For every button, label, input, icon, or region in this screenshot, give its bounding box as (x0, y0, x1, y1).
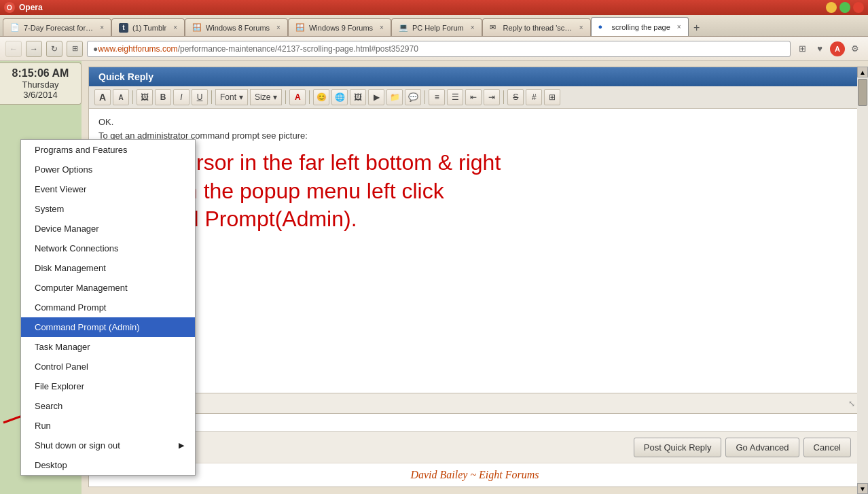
tab-close[interactable]: × (677, 23, 681, 31)
clock-date: 3/6/2014 (7, 90, 74, 100)
tab-scrolling[interactable]: ● scrolling the page × (591, 17, 689, 36)
context-menu: Programs and FeaturesPower OptionsEvent … (20, 139, 196, 476)
underline-button[interactable]: U (192, 89, 208, 105)
tab-close[interactable]: × (471, 24, 475, 31)
ordered-list-button[interactable]: ≡ (429, 89, 445, 105)
insert-image2-button[interactable]: 🖼 (350, 89, 366, 105)
forward-button[interactable]: → (26, 41, 42, 57)
font-size-increase-button[interactable]: A (94, 89, 111, 105)
tab-favicon: 🪟 (192, 23, 202, 33)
grid-icon[interactable]: ⊞ (795, 41, 810, 56)
size-dropdown[interactable]: Size ▾ (250, 89, 282, 105)
quick-reply-title: Quick Reply (98, 71, 153, 82)
menu-item-device-manager[interactable]: Device Manager (21, 219, 195, 239)
outdent-button[interactable]: ⇤ (465, 89, 482, 105)
tab-label: 7-Day Forecast for La... (24, 24, 93, 32)
menu-item-disk-management[interactable]: Disk Management (21, 258, 195, 278)
menu-item-run[interactable]: Run (21, 416, 195, 436)
menu-item-task-manager[interactable]: Task Manager (21, 337, 195, 357)
forum-panel: Quick Reply A A 🖼 B I U Font ▾ Size ▾ (88, 67, 861, 487)
tab-pchelp[interactable]: 💻 PC Help Forum × (391, 18, 482, 36)
scroll-down-button[interactable]: ▼ (857, 483, 868, 494)
menu-item-computer-management[interactable]: Computer Management (21, 278, 195, 298)
font-dropdown[interactable]: Font ▾ (215, 89, 248, 105)
minimize-button[interactable] (826, 2, 837, 13)
menu-item-programs-and-features[interactable]: Programs and Features (21, 140, 195, 160)
menu-item-file-explorer[interactable]: File Explorer (21, 376, 195, 396)
settings-icon[interactable]: ⚙ (848, 41, 863, 56)
tab-close[interactable]: × (100, 24, 104, 31)
clock-widget: 8:15:06 AM Thursday 3/6/2014 (0, 63, 82, 105)
emoji-button[interactable]: 😊 (313, 89, 329, 105)
menu-item-search[interactable]: Search (21, 396, 195, 416)
hashtag-button[interactable]: # (526, 89, 542, 105)
tab-favicon: 📄 (10, 23, 20, 33)
close-button[interactable] (853, 2, 864, 13)
strikethrough-button[interactable]: S (507, 89, 524, 105)
tab-label: PC Help Forum (412, 24, 464, 32)
menu-item-power-options[interactable]: Power Options (21, 160, 195, 179)
menu-item-control-panel[interactable]: Control Panel (21, 357, 195, 376)
url-domain: www.eightforums.com (98, 44, 177, 54)
tab-forecast[interactable]: 📄 7-Day Forecast for La... × (3, 18, 111, 36)
menu-item-network-connections[interactable]: Network Connections (21, 239, 195, 258)
menu-item-label: Command Prompt (Admin) (35, 322, 140, 332)
indent-button[interactable]: ⇥ (484, 89, 500, 105)
resize-handle[interactable]: ⤡ (848, 399, 858, 408)
heart-icon[interactable]: ♥ (812, 41, 827, 56)
font-size-decrease-button[interactable]: A (113, 89, 129, 105)
menu-item-command-prompt[interactable]: Command Prompt (21, 298, 195, 317)
tab-close[interactable]: × (276, 24, 281, 31)
menu-item-shut-down-or-sign-out[interactable]: Shut down or sign out▶ (21, 436, 195, 455)
post-quick-reply-button[interactable]: Post Quick Reply (634, 438, 722, 457)
window-controls (826, 2, 864, 13)
tab-win9forums[interactable]: 🪟 Windows 9 Forums × (288, 18, 391, 36)
menu-item-label: System (35, 204, 64, 214)
tab-reply[interactable]: ✉ Reply to thread 'scro... × (482, 18, 591, 36)
account-icon[interactable]: A (830, 41, 845, 56)
tab-close[interactable]: × (380, 24, 384, 31)
tab-close[interactable]: × (173, 24, 177, 31)
maximize-button[interactable] (839, 2, 850, 13)
table-button[interactable]: ⊞ (544, 89, 560, 105)
scroll-up-button[interactable]: ▲ (857, 67, 868, 77)
back-button[interactable]: ← (5, 41, 22, 57)
color-button[interactable]: A (289, 89, 306, 105)
menu-item-label: Search (35, 401, 62, 411)
tab-tumblr[interactable]: t (1) Tumblr × (111, 18, 185, 36)
speech-button[interactable]: 💬 (405, 89, 421, 105)
scrollbar[interactable]: ▲ ▼ (857, 67, 868, 494)
title-bar: O Opera (0, 0, 868, 15)
url-display[interactable]: ● www.eightforums.com /performance-maint… (87, 41, 791, 57)
home-button[interactable]: ⊞ (67, 41, 83, 57)
reload-button[interactable]: ↻ (46, 41, 62, 57)
tab-favicon: 💻 (399, 23, 408, 33)
italic-button[interactable]: I (173, 89, 189, 105)
menu-item-event-viewer[interactable]: Event Viewer (21, 179, 195, 199)
size-label: Size (255, 92, 270, 102)
tab-close[interactable]: × (579, 24, 583, 31)
menu-item-desktop[interactable]: Desktop (21, 455, 195, 475)
cancel-button[interactable]: Cancel (803, 438, 851, 457)
submenu-arrow-icon: ▶ (179, 441, 184, 450)
insert-link-button[interactable]: 🌐 (331, 89, 348, 105)
insert-file-button[interactable]: 📁 (386, 89, 403, 105)
menu-item-command-prompt-(admin)[interactable]: Command Prompt (Admin) (21, 317, 195, 337)
tab-win8forums[interactable]: 🪟 Windows 8 Forums × (185, 18, 288, 36)
tab-label: (1) Tumblr (132, 24, 166, 32)
insert-video-button[interactable]: ▶ (368, 89, 384, 105)
address-bar: ← → ↻ ⊞ ● www.eightforums.com /performan… (0, 37, 868, 61)
menu-item-system[interactable]: System (21, 199, 195, 219)
bold-button[interactable]: B (155, 89, 171, 105)
image-button[interactable]: 🖼 (137, 89, 153, 105)
action-bar: Post Quick Reply Go Advanced Cancel (89, 431, 861, 463)
url-path: /performance-maintenance/42137-scrolling… (178, 44, 418, 54)
editor-area[interactable]: OK. To get an administrator command prom… (89, 109, 861, 393)
scroll-thumb[interactable] (858, 79, 867, 106)
go-advanced-button[interactable]: Go Advanced (725, 438, 799, 457)
tab-label: Windows 9 Forums (309, 24, 373, 32)
unordered-list-button[interactable]: ☰ (447, 89, 463, 105)
editor-toolbar: A A 🖼 B I U Font ▾ Size ▾ A 😊 (89, 86, 861, 109)
new-tab-button[interactable]: + (689, 20, 705, 36)
big-text-instruction: Put the cursor in the far left bottom & … (98, 149, 851, 234)
